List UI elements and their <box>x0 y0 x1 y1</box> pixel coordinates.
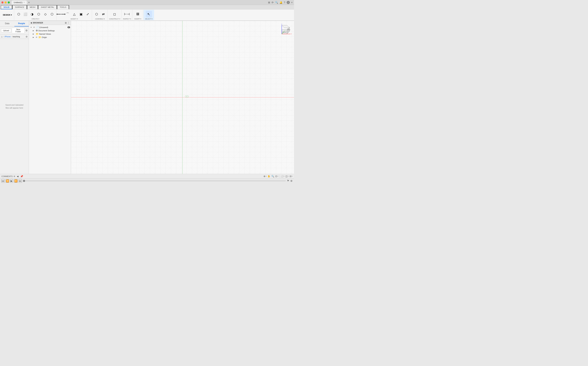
timeline-marker[interactable] <box>23 180 25 182</box>
modify-label[interactable]: MODIFY ▾ <box>71 18 78 20</box>
search-icon[interactable]: 🔍 <box>275 1 278 4</box>
select-button[interactable]: ↖ <box>146 11 152 17</box>
tab-sheet-metal[interactable]: SHEET METAL <box>38 5 57 9</box>
minimize-button[interactable] <box>5 1 7 3</box>
sweep-button[interactable]: ⬡ <box>36 11 42 17</box>
orbit-button[interactable]: ⊕ ▾ <box>264 175 267 178</box>
breadcrumb-separator-2: › <box>11 36 12 38</box>
tree-label-named-views: Named Views <box>39 33 70 35</box>
panel-settings-icon[interactable]: ⚙ <box>25 29 28 32</box>
refresh-icon[interactable]: ⟳ <box>272 1 274 4</box>
view-cube[interactable]: FRONT RIGHT X Y <box>280 23 292 35</box>
shell2-icon: ▣ <box>80 13 83 16</box>
titlebar: Untitled(1) × + ⊞ ⟳ 🔍 🔔 ? 1 × <box>0 0 294 5</box>
tab-solid[interactable]: SOLID <box>1 5 12 9</box>
pan-icon: ✋ <box>267 175 270 178</box>
tree-item-origin[interactable]: ▶ 👁 📁 Origin <box>29 36 71 39</box>
timeline-track[interactable] <box>23 181 286 181</box>
breadcrumb-iphone[interactable]: iPhone <box>5 36 10 38</box>
tree-eye-unsaved[interactable]: 👁 <box>33 26 35 28</box>
breadcrumb-gear-icon[interactable]: ⚙ <box>26 35 28 38</box>
new-component-button[interactable]: ⬡ <box>94 11 100 17</box>
ribbon-group-create: ⬡ ⬜ ◑ ⬡ ◇ ⬡ <box>15 10 56 20</box>
browser-collapse-icon[interactable]: ◀ <box>30 22 32 24</box>
inspect-label[interactable]: INSPECT ▾ <box>123 18 131 20</box>
shell-button[interactable]: ⬡ <box>49 11 55 17</box>
ribbon-group-construct: ◻ CONSTRUCT ▾ <box>108 10 121 20</box>
maximize-button[interactable] <box>8 1 10 3</box>
app: SOLID SURFACE MESH SHEET METAL TOOLS DES… <box>0 5 294 183</box>
press-pull-icon: ⟵⟶ <box>56 13 66 16</box>
tab-tools[interactable]: TOOLS <box>57 5 69 9</box>
zoom-window-arrow: ▾ <box>277 175 278 177</box>
revolve-button[interactable]: ◑ <box>29 11 35 17</box>
viewport[interactable]: FRONT RIGHT X Y <box>71 21 294 174</box>
tree-toggle-doc-settings: ▶ <box>33 30 35 31</box>
upload-button[interactable]: Upload <box>1 29 11 32</box>
grid-display-button[interactable]: ◫ ▾ <box>285 175 289 178</box>
tab-group: Untitled(1) × + <box>12 0 268 4</box>
left-panel: Data People Upload New Folder ⚙ ⌂ › iPho… <box>0 21 29 174</box>
select-label[interactable]: SELECT ▾ <box>145 18 153 20</box>
joint-button[interactable]: ⇌ <box>100 11 106 17</box>
timeline-next-button[interactable]: ⏩ <box>14 179 18 183</box>
press-pull-button[interactable]: ⟵⟶ <box>58 11 64 17</box>
shell2-button[interactable]: ▣ <box>78 11 84 17</box>
tab-surface[interactable]: SURFACE <box>12 5 27 9</box>
new-body-icon: ⬡ <box>17 13 20 16</box>
timeline-flag-icon[interactable]: ⚑ <box>287 179 289 183</box>
browser-options-icon[interactable]: ⋮ <box>67 22 70 24</box>
tab-mesh[interactable]: MESH <box>27 5 38 9</box>
scale-button[interactable]: ⤢ <box>85 11 91 17</box>
comments-pin-icon[interactable]: 📌 <box>20 175 23 178</box>
grid-icon[interactable]: ⊞ <box>268 1 270 4</box>
timeline-play-button[interactable]: ▶ <box>10 179 13 183</box>
timeline-rewind-button[interactable]: ⏮ <box>1 179 5 183</box>
comments-expand-icon[interactable]: ◀ <box>17 175 18 178</box>
new-folder-button[interactable]: New Folder <box>12 28 25 33</box>
close-button[interactable] <box>1 1 3 3</box>
chamfer-button[interactable]: △ <box>71 11 78 17</box>
zoom-button[interactable]: 🔍 <box>271 175 274 178</box>
plane-button[interactable]: ◻ <box>111 11 118 17</box>
measure-button[interactable]: ⊢⊣ <box>124 11 130 17</box>
tab-data[interactable]: Data <box>0 21 14 26</box>
insert-image-button[interactable]: 🖼 <box>135 11 141 17</box>
breadcrumb-home-icon[interactable]: ⌂ <box>1 35 2 38</box>
canvas-settings-button[interactable]: ⊟ ▾ <box>290 175 293 178</box>
zoom-window-button[interactable]: ⊡ ▾ <box>275 175 278 178</box>
tree-item-unsaved[interactable]: ▼ 👁 📄 (Unsaved) ● <box>29 26 71 29</box>
avatar[interactable]: 1 <box>287 1 290 4</box>
tab-close-icon[interactable]: × <box>24 1 25 3</box>
loft-button[interactable]: ◇ <box>42 11 48 17</box>
close-window-icon[interactable]: × <box>291 1 293 4</box>
canvas-settings-arrow: ▾ <box>292 175 293 177</box>
fillet-button[interactable]: ⌒ <box>64 11 71 17</box>
browser-pin-icon[interactable]: ◍ <box>65 22 67 24</box>
insert-label[interactable]: INSERT ▾ <box>134 18 141 20</box>
design-dropdown-button[interactable]: DESIGN ▾ <box>2 11 13 19</box>
select-tools: ↖ <box>146 10 152 18</box>
timeline-prev-button[interactable]: ⏪ <box>6 179 9 183</box>
revolve-icon: ◑ <box>31 13 33 16</box>
inspect-tools: ⊢⊣ <box>124 10 130 18</box>
help-icon[interactable]: ? <box>284 1 285 4</box>
tab-people[interactable]: People <box>14 21 29 26</box>
tree-eye-origin[interactable]: 👁 <box>36 36 38 38</box>
plane-icon: ◻ <box>113 13 116 16</box>
pan-button[interactable]: ✋ <box>267 175 270 178</box>
new-tab-button[interactable]: + <box>28 1 30 4</box>
timeline-settings-icon[interactable]: ⚙ <box>290 180 293 182</box>
new-body-button[interactable]: ⬡ <box>16 11 22 17</box>
timeline-end-button[interactable]: ⏭ <box>19 179 22 183</box>
tree-item-doc-settings[interactable]: ▶ ⚙ Document Settings <box>29 29 71 32</box>
chamfer-icon: △ <box>73 13 76 16</box>
notification-icon[interactable]: 🔔 <box>279 1 282 4</box>
tree-item-named-views[interactable]: ▶ 📁 Named Views <box>29 32 71 36</box>
assemble-label[interactable]: ASSEMBLE ▾ <box>95 18 105 20</box>
extrude-button[interactable]: ⬜ <box>22 11 29 17</box>
create-label[interactable]: CREATE ▾ <box>31 18 39 20</box>
active-tab[interactable]: Untitled(1) × <box>12 0 27 4</box>
display-settings-button[interactable]: ⬜ ▾ <box>281 175 284 178</box>
construct-label[interactable]: CONSTRUCT ▾ <box>109 18 120 20</box>
